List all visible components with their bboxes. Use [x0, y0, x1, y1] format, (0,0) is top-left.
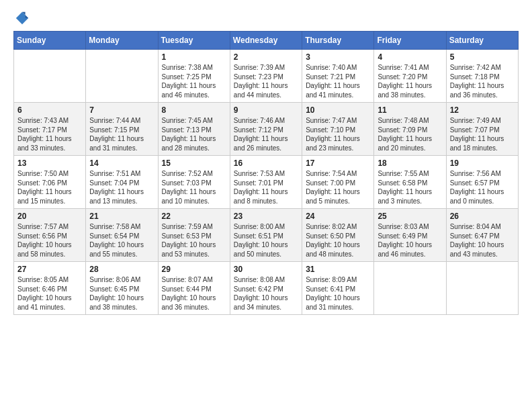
calendar-week-row-4: 27 Sunrise: 8:05 AMSunset: 6:46 PMDaylig… [14, 262, 519, 315]
day-info: Sunrise: 7:41 AMSunset: 7:20 PMDaylight:… [378, 64, 432, 99]
day-info: Sunrise: 8:02 AMSunset: 6:50 PMDaylight:… [306, 223, 360, 258]
calendar-cell: 4 Sunrise: 7:41 AMSunset: 7:20 PMDayligh… [374, 50, 446, 103]
page: Sunday Monday Tuesday Wednesday Thursday… [0, 0, 532, 411]
day-number: 25 [378, 212, 442, 221]
col-tuesday: Tuesday [158, 32, 230, 50]
calendar-cell: 12 Sunrise: 7:49 AMSunset: 7:07 PMDaylig… [446, 103, 518, 156]
day-number: 28 [89, 265, 154, 274]
calendar-cell: 7 Sunrise: 7:44 AMSunset: 7:15 PMDayligh… [86, 103, 158, 156]
day-number: 22 [162, 212, 226, 221]
calendar-cell: 13 Sunrise: 7:50 AMSunset: 7:06 PMDaylig… [14, 156, 86, 209]
logo-text [13, 11, 30, 26]
day-info: Sunrise: 7:52 AMSunset: 7:03 PMDaylight:… [162, 170, 216, 205]
day-number: 8 [162, 105, 226, 115]
calendar-cell: 18 Sunrise: 7:55 AMSunset: 6:58 PMDaylig… [374, 156, 446, 209]
day-number: 2 [234, 52, 298, 62]
calendar-cell: 6 Sunrise: 7:43 AMSunset: 7:17 PMDayligh… [14, 103, 86, 156]
calendar-cell: 30 Sunrise: 8:08 AMSunset: 6:42 PMDaylig… [230, 262, 302, 315]
day-number: 6 [17, 105, 82, 115]
col-wednesday: Wednesday [230, 32, 302, 50]
calendar-week-row-0: 1 Sunrise: 7:38 AMSunset: 7:25 PMDayligh… [14, 50, 519, 103]
day-info: Sunrise: 7:53 AMSunset: 7:01 PMDaylight:… [234, 170, 288, 205]
day-number: 21 [89, 212, 154, 221]
calendar-cell [446, 262, 518, 315]
day-info: Sunrise: 8:03 AMSunset: 6:49 PMDaylight:… [378, 223, 432, 258]
calendar-cell: 17 Sunrise: 7:54 AMSunset: 7:00 PMDaylig… [302, 156, 374, 209]
day-info: Sunrise: 7:42 AMSunset: 7:18 PMDaylight:… [450, 64, 504, 99]
day-info: Sunrise: 7:44 AMSunset: 7:15 PMDaylight:… [89, 117, 144, 152]
day-number: 23 [234, 212, 298, 221]
calendar-cell: 8 Sunrise: 7:45 AMSunset: 7:13 PMDayligh… [158, 103, 230, 156]
calendar-cell: 16 Sunrise: 7:53 AMSunset: 7:01 PMDaylig… [230, 156, 302, 209]
calendar-cell: 29 Sunrise: 8:07 AMSunset: 6:44 PMDaylig… [158, 262, 230, 315]
calendar-cell: 22 Sunrise: 7:59 AMSunset: 6:53 PMDaylig… [158, 209, 230, 262]
calendar-cell: 26 Sunrise: 8:04 AMSunset: 6:47 PMDaylig… [446, 209, 518, 262]
day-number: 14 [89, 158, 154, 168]
day-number: 20 [17, 212, 82, 221]
day-info: Sunrise: 7:43 AMSunset: 7:17 PMDaylight:… [17, 117, 72, 152]
day-info: Sunrise: 8:00 AMSunset: 6:51 PMDaylight:… [234, 223, 288, 258]
day-info: Sunrise: 7:56 AMSunset: 6:57 PMDaylight:… [450, 170, 504, 205]
calendar-cell [14, 50, 86, 103]
calendar-cell [374, 262, 446, 315]
calendar-cell: 3 Sunrise: 7:40 AMSunset: 7:21 PMDayligh… [302, 50, 374, 103]
calendar-week-row-3: 20 Sunrise: 7:57 AMSunset: 6:56 PMDaylig… [14, 209, 519, 262]
calendar-header-row: Sunday Monday Tuesday Wednesday Thursday… [14, 32, 519, 50]
day-info: Sunrise: 7:48 AMSunset: 7:09 PMDaylight:… [378, 117, 432, 152]
day-info: Sunrise: 8:07 AMSunset: 6:44 PMDaylight:… [162, 276, 216, 311]
day-number: 11 [378, 105, 442, 115]
calendar-cell [86, 50, 158, 103]
day-info: Sunrise: 8:08 AMSunset: 6:42 PMDaylight:… [234, 276, 288, 311]
day-number: 9 [234, 105, 298, 115]
day-number: 17 [306, 158, 370, 168]
calendar-cell: 20 Sunrise: 7:57 AMSunset: 6:56 PMDaylig… [14, 209, 86, 262]
day-info: Sunrise: 8:09 AMSunset: 6:41 PMDaylight:… [306, 276, 360, 311]
day-info: Sunrise: 7:45 AMSunset: 7:13 PMDaylight:… [162, 117, 216, 152]
calendar-cell: 24 Sunrise: 8:02 AMSunset: 6:50 PMDaylig… [302, 209, 374, 262]
calendar-cell: 27 Sunrise: 8:05 AMSunset: 6:46 PMDaylig… [14, 262, 86, 315]
day-number: 7 [89, 105, 154, 115]
day-number: 1 [162, 52, 226, 62]
calendar-cell: 25 Sunrise: 8:03 AMSunset: 6:49 PMDaylig… [374, 209, 446, 262]
day-number: 5 [450, 52, 515, 62]
calendar-cell: 21 Sunrise: 7:58 AMSunset: 6:54 PMDaylig… [86, 209, 158, 262]
day-info: Sunrise: 7:55 AMSunset: 6:58 PMDaylight:… [378, 170, 432, 205]
day-number: 3 [306, 52, 370, 62]
calendar-cell: 23 Sunrise: 8:00 AMSunset: 6:51 PMDaylig… [230, 209, 302, 262]
day-number: 13 [17, 158, 82, 168]
calendar-cell: 28 Sunrise: 8:06 AMSunset: 6:45 PMDaylig… [86, 262, 158, 315]
day-number: 24 [306, 212, 370, 221]
day-number: 26 [450, 212, 515, 221]
day-info: Sunrise: 7:58 AMSunset: 6:54 PMDaylight:… [89, 223, 144, 258]
col-sunday: Sunday [14, 32, 86, 50]
day-info: Sunrise: 7:46 AMSunset: 7:12 PMDaylight:… [234, 117, 288, 152]
day-info: Sunrise: 7:40 AMSunset: 7:21 PMDaylight:… [306, 64, 360, 99]
day-number: 29 [162, 265, 226, 274]
calendar-cell: 10 Sunrise: 7:47 AMSunset: 7:10 PMDaylig… [302, 103, 374, 156]
day-number: 18 [378, 158, 442, 168]
day-info: Sunrise: 8:06 AMSunset: 6:45 PMDaylight:… [89, 276, 144, 311]
day-number: 30 [234, 265, 298, 274]
day-info: Sunrise: 7:38 AMSunset: 7:25 PMDaylight:… [162, 64, 216, 99]
day-info: Sunrise: 7:51 AMSunset: 7:04 PMDaylight:… [89, 170, 144, 205]
calendar-cell: 14 Sunrise: 7:51 AMSunset: 7:04 PMDaylig… [86, 156, 158, 209]
logo [13, 11, 30, 26]
day-number: 12 [450, 105, 515, 115]
day-number: 15 [162, 158, 226, 168]
day-number: 10 [306, 105, 370, 115]
day-number: 16 [234, 158, 298, 168]
day-number: 19 [450, 158, 515, 168]
calendar-cell: 15 Sunrise: 7:52 AMSunset: 7:03 PMDaylig… [158, 156, 230, 209]
day-info: Sunrise: 7:59 AMSunset: 6:53 PMDaylight:… [162, 223, 216, 258]
calendar-cell: 19 Sunrise: 7:56 AMSunset: 6:57 PMDaylig… [446, 156, 518, 209]
col-saturday: Saturday [446, 32, 518, 50]
calendar-cell: 2 Sunrise: 7:39 AMSunset: 7:23 PMDayligh… [230, 50, 302, 103]
day-info: Sunrise: 7:49 AMSunset: 7:07 PMDaylight:… [450, 117, 504, 152]
col-monday: Monday [86, 32, 158, 50]
col-friday: Friday [374, 32, 446, 50]
day-info: Sunrise: 7:50 AMSunset: 7:06 PMDaylight:… [17, 170, 72, 205]
col-thursday: Thursday [302, 32, 374, 50]
calendar-week-row-2: 13 Sunrise: 7:50 AMSunset: 7:06 PMDaylig… [14, 156, 519, 209]
day-info: Sunrise: 8:04 AMSunset: 6:47 PMDaylight:… [450, 223, 504, 258]
day-info: Sunrise: 7:54 AMSunset: 7:00 PMDaylight:… [306, 170, 360, 205]
